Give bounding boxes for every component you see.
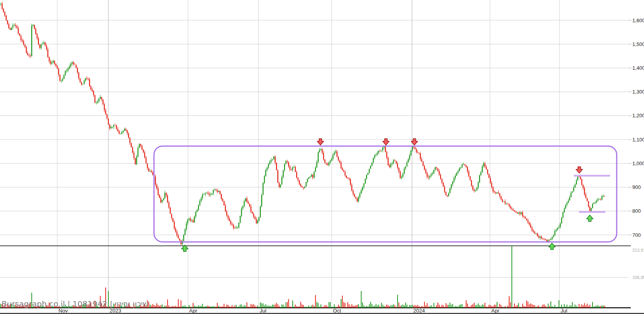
- candle-body: [267, 168, 267, 170]
- candle-body: [221, 194, 222, 199]
- candle-body: [501, 196, 501, 199]
- candle-body: [11, 27, 12, 30]
- volume-bar: [341, 299, 341, 308]
- candle-body: [294, 167, 294, 167]
- volume-bar: [598, 305, 598, 308]
- price-tick-label: 700: [632, 232, 641, 238]
- volume-bar: [528, 302, 529, 308]
- volume-bar: [487, 307, 488, 308]
- price-tick-label: 800: [632, 208, 641, 214]
- volume-bar: [460, 305, 461, 308]
- candle-body: [374, 155, 375, 158]
- candle-body: [318, 152, 318, 162]
- candle-body: [482, 166, 483, 172]
- candle-body: [280, 185, 281, 187]
- candle-body: [3, 9, 4, 12]
- candle-body: [258, 217, 259, 221]
- candle-body: [524, 216, 524, 217]
- volume-bar: [188, 307, 188, 308]
- volume-bar: [384, 306, 384, 308]
- candle-body: [568, 201, 569, 203]
- volume-bar: [567, 305, 568, 308]
- candle-body: [544, 239, 545, 240]
- candle-body: [272, 159, 273, 160]
- volume-bar: [559, 300, 559, 308]
- candle-body: [440, 175, 441, 179]
- volume-bar: [370, 302, 371, 308]
- candle-body: [37, 34, 37, 38]
- volume-bar: [388, 305, 389, 308]
- price-tick-label: 1,100: [632, 137, 644, 143]
- candle-body: [256, 219, 257, 223]
- candle-body: [464, 164, 465, 166]
- candle-body: [521, 212, 522, 214]
- candle-body: [554, 231, 555, 235]
- candle-body: [217, 190, 218, 192]
- volume-bar: [522, 303, 523, 308]
- candle-body: [41, 44, 41, 48]
- price-tick-label: 1,400: [632, 65, 644, 71]
- volume-bar: [400, 306, 401, 308]
- volume-bar: [237, 307, 238, 308]
- candle-body: [133, 153, 134, 158]
- candle-body: [486, 167, 487, 169]
- candle-body: [596, 201, 597, 203]
- candle-body: [540, 236, 540, 238]
- candle-body: [542, 238, 543, 239]
- candle-body: [545, 239, 546, 240]
- candle-body: [408, 159, 409, 162]
- volume-bar: [343, 302, 344, 308]
- candle-body: [310, 177, 310, 177]
- volume-bar: [327, 307, 328, 308]
- volume-bar: [292, 300, 293, 308]
- candle-body: [421, 159, 422, 162]
- candle-body: [276, 162, 277, 170]
- candle-body: [513, 209, 513, 210]
- candle-body: [511, 208, 512, 209]
- volume-bar: [544, 304, 545, 308]
- volume-bar: [193, 303, 193, 308]
- volume-bar: [381, 303, 382, 308]
- candle-body: [410, 150, 411, 155]
- candle-body: [372, 162, 372, 166]
- candle-body: [6, 16, 7, 20]
- candle-body: [490, 178, 491, 183]
- volume-bar: [573, 307, 574, 308]
- candle-body: [565, 205, 566, 209]
- candle-body: [263, 183, 264, 194]
- candle-body: [60, 75, 60, 81]
- volume-bar: [283, 305, 284, 308]
- candle-body: [62, 79, 63, 81]
- candle-body: [226, 211, 227, 215]
- candle-body: [66, 71, 67, 71]
- volume-bar: [183, 306, 184, 308]
- candle-body: [116, 125, 117, 129]
- candle-body: [224, 201, 225, 206]
- time-axis-labels: Nov2023AprJulOct2024AprJul: [58, 308, 567, 314]
- candle-body: [284, 164, 285, 170]
- candle-body: [214, 189, 215, 190]
- candle-body: [18, 28, 19, 34]
- candle-body: [0, 4, 1, 4]
- candle-body: [347, 178, 348, 178]
- candle-body: [139, 144, 140, 148]
- candle-body: [251, 206, 251, 212]
- candle-body: [14, 25, 14, 25]
- volume-bar: [206, 306, 207, 308]
- candle-body: [45, 42, 46, 46]
- candle-body: [218, 191, 219, 192]
- candle-body: [163, 198, 164, 200]
- candle-body: [159, 195, 160, 198]
- candle-body: [308, 177, 309, 179]
- candle-body: [171, 214, 172, 218]
- candle-body: [460, 168, 461, 168]
- candle-body: [30, 56, 31, 56]
- volume-bar: [300, 302, 301, 308]
- candle-body: [245, 198, 246, 201]
- volume-bar: [170, 307, 171, 308]
- volume-bar: [356, 305, 356, 308]
- candle-body: [87, 78, 87, 79]
- candle-body: [283, 170, 283, 177]
- candle-body: [533, 231, 534, 232]
- candle-body: [34, 25, 35, 29]
